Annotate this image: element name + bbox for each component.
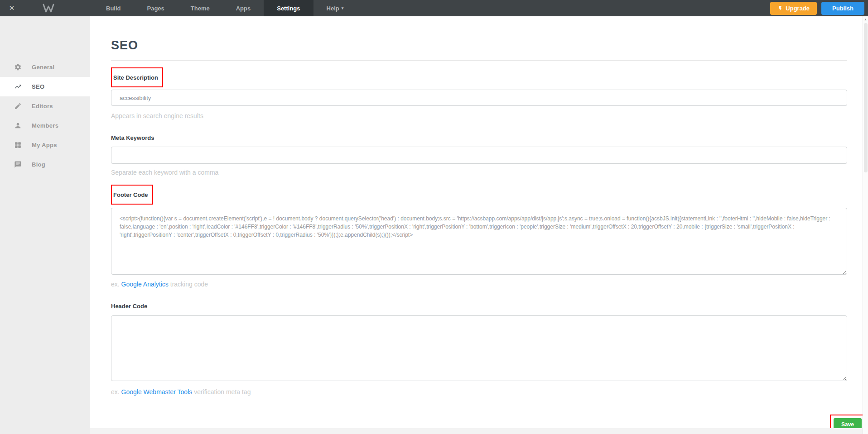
nav-label: Settings: [277, 5, 300, 12]
nav-label: Build: [106, 5, 121, 12]
sidebar-item-label: SEO: [32, 83, 44, 90]
nav-label: Theme: [191, 5, 210, 12]
title-divider: [111, 60, 847, 61]
close-button[interactable]: ✕: [0, 0, 24, 16]
meta-keywords-helper: Separate each keyword with a comma: [111, 169, 847, 176]
upgrade-button[interactable]: Upgrade: [770, 2, 817, 15]
sidebar-item-label: Editors: [32, 103, 53, 110]
google-analytics-link[interactable]: Google Analytics: [121, 281, 169, 288]
weebly-w-icon: [43, 3, 54, 13]
nav-label: Help: [327, 5, 339, 12]
grid-icon: [14, 141, 22, 149]
close-icon: ✕: [9, 4, 15, 12]
page-bottom-strip: [90, 428, 863, 434]
footer-code-helper: ex. Google Analytics tracking code: [111, 281, 847, 288]
sidebar-item-seo[interactable]: SEO: [0, 77, 90, 96]
nav-item-help[interactable]: Help ▾: [313, 0, 357, 16]
helper-suffix: verification meta tag: [192, 388, 251, 396]
upgrade-label: Upgrade: [786, 5, 810, 12]
nav-label: Pages: [147, 5, 164, 12]
settings-sidebar: General SEO Editors Members My Apps: [0, 16, 90, 434]
sidebar-item-general[interactable]: General: [0, 57, 90, 77]
chat-bubble-icon: [14, 161, 22, 168]
sidebar-item-my-apps[interactable]: My Apps: [0, 135, 90, 155]
google-webmaster-tools-link[interactable]: Google Webmaster Tools: [121, 388, 193, 396]
header-code-label: Header Code: [111, 303, 847, 310]
sidebar-item-blog[interactable]: Blog: [0, 155, 90, 174]
trending-up-icon: [14, 83, 22, 91]
seo-settings-panel: SEO Site Description Appears in search e…: [90, 16, 868, 434]
header-code-textarea[interactable]: [111, 315, 847, 381]
site-description-input[interactable]: [111, 90, 847, 106]
helper-prefix: ex.: [111, 281, 121, 288]
site-description-label: Site Description: [113, 74, 158, 81]
weebly-logo: [43, 3, 54, 13]
nav-item-build[interactable]: Build: [93, 0, 134, 16]
publish-label: Publish: [832, 5, 854, 12]
meta-keywords-input[interactable]: [111, 147, 847, 164]
header-code-helper: ex. Google Webmaster Tools verification …: [111, 388, 847, 396]
topbar: ✕ Build Pages Theme Apps Settings Help ▾: [0, 0, 868, 16]
sidebar-item-label: Members: [32, 122, 58, 129]
pencil-icon: [14, 102, 22, 110]
scrollbar-thumb[interactable]: [864, 23, 868, 172]
nav-item-apps[interactable]: Apps: [223, 0, 264, 16]
vertical-scrollbar[interactable]: ▲: [863, 16, 868, 434]
sidebar-item-members[interactable]: Members: [0, 116, 90, 135]
helper-suffix: tracking code: [169, 281, 208, 288]
sidebar-item-label: Blog: [32, 161, 45, 168]
person-icon: [14, 122, 22, 129]
scroll-up-button[interactable]: ▲: [863, 16, 868, 22]
footer-code-label: Footer Code: [113, 191, 148, 198]
topbar-actions: Upgrade Publish: [770, 2, 868, 15]
top-navigation: Build Pages Theme Apps Settings Help ▾: [93, 0, 357, 16]
lightning-bolt-icon: [777, 5, 783, 11]
site-description-helper: Appears in search engine results: [111, 112, 847, 119]
footer-code-highlight: Footer Code: [111, 185, 153, 205]
nav-item-pages[interactable]: Pages: [134, 0, 178, 16]
helper-prefix: ex.: [111, 388, 121, 396]
gear-icon: [14, 63, 22, 71]
site-description-highlight: Site Description: [111, 67, 163, 87]
sidebar-item-label: My Apps: [32, 142, 57, 148]
nav-item-settings[interactable]: Settings: [264, 0, 313, 16]
publish-button[interactable]: Publish: [821, 2, 864, 15]
sidebar-item-label: General: [32, 64, 55, 71]
nav-label: Apps: [236, 5, 251, 12]
sidebar-item-editors[interactable]: Editors: [0, 96, 90, 116]
page-title: SEO: [111, 38, 847, 52]
chevron-down-icon: ▾: [342, 6, 344, 10]
main-layout: General SEO Editors Members My Apps: [0, 16, 868, 434]
nav-item-theme[interactable]: Theme: [178, 0, 223, 16]
footer-code-textarea[interactable]: <script>(function(){var s = document.cre…: [111, 208, 847, 275]
meta-keywords-label: Meta Keywords: [111, 134, 847, 141]
